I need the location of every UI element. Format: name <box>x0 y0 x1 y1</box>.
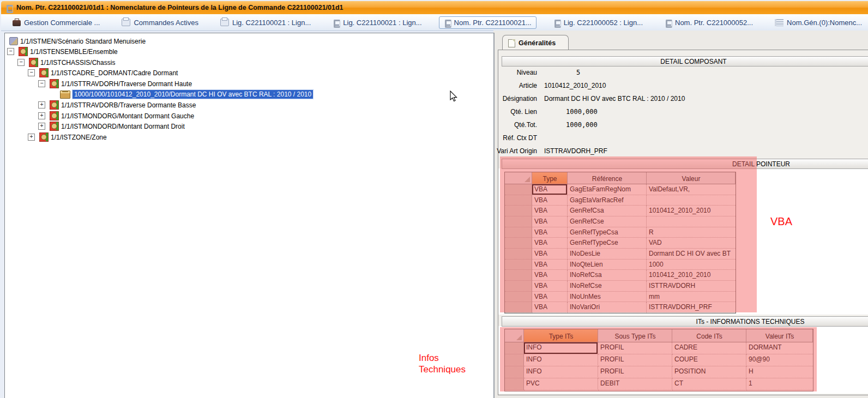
cell-reference[interactable]: INoUnMes <box>568 292 647 303</box>
cell-reference[interactable]: INoVariOri <box>568 302 647 313</box>
expand-expander[interactable] <box>38 101 45 108</box>
cell-type[interactable]: VBA <box>532 249 568 260</box>
grid-corner-cell[interactable] <box>505 172 532 184</box>
cell-reference[interactable]: INoRefCsa <box>568 270 647 281</box>
pointeur-row[interactable]: VBA GenRefCse <box>505 216 736 227</box>
tab-generalites[interactable]: Généralités <box>502 35 569 51</box>
tree-item-istchassis[interactable]: 1/1/ISTCHASSIS/Chassis <box>17 57 115 68</box>
cell-type[interactable]: VBA <box>532 281 568 292</box>
cell-type[interactable]: VBA <box>532 184 568 195</box>
collapse-expander[interactable] <box>7 48 14 55</box>
expand-expander[interactable] <box>28 134 35 141</box>
column-header-type-its[interactable]: Type ITs <box>524 329 598 342</box>
cell-code-its[interactable]: COUPE <box>672 354 746 366</box>
cell-sous-type-its[interactable]: PROFIL <box>598 354 672 366</box>
cell-valeur[interactable]: 1010412_2010_2010 <box>647 270 736 281</box>
its-row[interactable]: INFO PROFIL COUPE 90@90 <box>505 354 813 366</box>
collapse-expander[interactable] <box>38 80 45 87</box>
row-leader[interactable] <box>505 342 524 354</box>
tree-item-istmondord[interactable]: 1/1/ISTMONDORD/Montant Dormant Droit <box>38 121 185 131</box>
column-header-valeur[interactable]: Valeur <box>647 172 736 184</box>
tab-nom-ptr-c221100021[interactable]: Nom. Ptr. C221100021... <box>439 16 537 29</box>
cell-valeur[interactable]: ValDefaut,VR, <box>647 184 736 195</box>
cell-sous-type-its[interactable]: PROFIL <box>598 342 672 354</box>
collapse-expander[interactable] <box>17 59 25 66</box>
row-leader[interactable] <box>505 260 532 270</box>
pointeur-row[interactable]: VBA INoRefCse ISTTRAVDORH <box>505 281 736 292</box>
cell-type-its[interactable]: PVC <box>524 378 598 390</box>
its-row[interactable]: INFO PROFIL CADRE DORMANT <box>505 342 813 354</box>
cell-reference[interactable]: INoQteLien <box>568 260 647 270</box>
cell-code-its[interactable]: CADRE <box>672 342 746 354</box>
expand-expander[interactable] <box>38 112 45 119</box>
pointeur-row[interactable]: VBA GenRefTypeCsa R <box>505 227 736 238</box>
row-leader[interactable] <box>505 238 532 249</box>
row-leader[interactable] <box>505 227 532 238</box>
cell-type[interactable]: VBA <box>532 302 568 313</box>
cell-type-its[interactable]: INFO <box>524 366 598 378</box>
tree-item-istmondorg[interactable]: 1/1/ISTMONDORG/Montant Dormant Gauche <box>38 111 194 121</box>
cell-valeur[interactable]: 1000 <box>647 260 736 270</box>
cell-type[interactable]: VBA <box>532 238 568 249</box>
tab-lig-c221100021-2[interactable]: Lig. C221100021 : Lign... <box>328 16 426 29</box>
tree-item-istcadre-dormant[interactable]: 1/1/ISTCADRE_DORMANT/Cadre Dormant <box>28 68 178 78</box>
cell-reference[interactable]: GenRefCsa <box>568 206 647 216</box>
cell-type[interactable]: VBA <box>532 292 568 303</box>
cell-type-its[interactable]: INFO <box>524 342 598 354</box>
column-header-code-its[interactable]: Code ITs <box>672 329 746 342</box>
cell-valeur-its[interactable]: DORMANT <box>746 342 813 354</box>
pointeur-row[interactable]: VBA GagEtaVarRacRef <box>505 195 736 206</box>
column-header-sous-type-its[interactable]: Sous Type ITs <box>598 329 672 342</box>
tree-item-isttravdorh[interactable]: 1/1/ISTTRAVDORH/Traverse Dormant Haute <box>38 79 192 89</box>
cell-valeur[interactable] <box>647 216 736 227</box>
pointeur-row[interactable]: VBA INoUnMes mm <box>505 292 736 303</box>
cell-type[interactable]: VBA <box>532 260 568 270</box>
cell-reference[interactable]: GenRefTypeCse <box>568 238 647 249</box>
row-leader[interactable] <box>505 354 524 366</box>
column-header-reference[interactable]: Référence <box>568 172 647 184</box>
tab-nom-gen[interactable]: Nom.Gén.(0):Nomenc... <box>770 16 867 29</box>
cell-type[interactable]: VBA <box>532 206 568 216</box>
row-leader[interactable] <box>505 366 524 378</box>
tree-item-isttravdorb[interactable]: 1/1/ISTTRAVDORB/Traverse Dormante Basse <box>38 100 196 110</box>
row-leader[interactable] <box>505 270 532 281</box>
row-leader[interactable] <box>505 302 532 313</box>
pointeur-row[interactable]: VBA INoQteLien 1000 <box>505 260 736 270</box>
cell-valeur[interactable]: R <box>647 227 736 238</box>
cell-reference[interactable]: GenRefTypeCsa <box>568 227 647 238</box>
cell-type[interactable]: VBA <box>532 227 568 238</box>
tab-lig-c221000052[interactable]: Lig. C221000052 : Lign... <box>548 16 648 29</box>
tree-item-istzone[interactable]: 1/1/ISTZONE/Zone <box>28 132 107 142</box>
row-leader[interactable] <box>505 216 532 227</box>
cell-reference[interactable]: GagEtaFamRegNom <box>568 184 647 195</box>
tab-nom-ptr-c221000052[interactable]: Nom. Ptr. C221000052... <box>660 16 758 29</box>
pointeur-row[interactable]: VBA INoDesLie Dormant DC HI OV avec BT <box>505 249 736 260</box>
pointeur-row[interactable]: VBA GagEtaFamRegNom ValDefaut,VR, <box>505 184 736 195</box>
cell-reference[interactable]: GagEtaVarRacRef <box>568 195 647 206</box>
cell-type-its[interactable]: INFO <box>524 354 598 366</box>
cell-valeur[interactable]: Dormant DC HI OV avec BT <box>647 249 736 260</box>
row-leader[interactable] <box>505 195 532 206</box>
cell-valeur[interactable]: 1010412_2010_2010 <box>647 206 736 216</box>
tab-commandes-actives[interactable]: Commandes Actives <box>117 16 203 29</box>
cell-sous-type-its[interactable]: PROFIL <box>598 366 672 378</box>
cell-reference[interactable]: GenRefCse <box>568 216 647 227</box>
column-header-valeur-its[interactable]: Valeur ITs <box>746 329 813 342</box>
cell-valeur[interactable]: VAD <box>647 238 736 249</box>
cell-type[interactable]: VBA <box>532 270 568 281</box>
cell-reference[interactable]: INoDesLie <box>568 249 647 260</box>
tab-lig-c221100021-1[interactable]: Lig. C221100021 : Lign... <box>215 16 316 29</box>
cell-type[interactable]: VBA <box>532 216 568 227</box>
pointeur-row[interactable]: VBA GenRefTypeCse VAD <box>505 238 736 249</box>
its-row[interactable]: PVC DEBIT CT 1 <box>505 378 813 390</box>
cell-valeur[interactable]: ISTTRAVDORH_PRF <box>647 302 736 313</box>
collapse-expander[interactable] <box>28 69 35 76</box>
cell-valeur-its[interactable]: 1 <box>746 378 813 390</box>
tree-item-istensemble[interactable]: 1/1/ISTENSEMBLE/Ensemble <box>7 46 118 57</box>
cell-valeur[interactable]: mm <box>647 292 736 303</box>
cell-type[interactable]: VBA <box>532 195 568 206</box>
row-leader[interactable] <box>505 378 524 390</box>
its-row[interactable]: INFO PROFIL POSITION H <box>505 366 813 378</box>
pointeur-row[interactable]: VBA GenRefCsa 1010412_2010_2010 <box>505 206 736 216</box>
pointeur-row[interactable]: VBA INoVariOri ISTTRAVDORH_PRF <box>505 302 736 313</box>
